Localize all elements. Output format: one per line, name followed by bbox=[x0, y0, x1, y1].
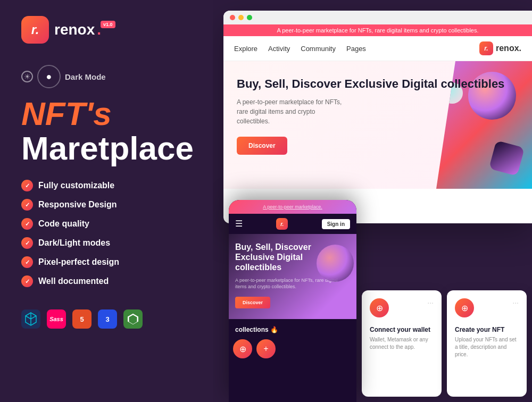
right-panel: A peer-to-peer marketplace for NFTs, rar… bbox=[213, 0, 532, 402]
check-icon-6: ✓ bbox=[21, 275, 33, 287]
nav-explore[interactable]: Explore bbox=[234, 45, 257, 53]
browser-nav-links: Explore Activity Community Pages bbox=[234, 45, 366, 53]
check-icon-3: ✓ bbox=[21, 218, 33, 230]
mobile-add-icon[interactable]: + bbox=[256, 339, 276, 358]
feature-item-3: ✓ Code quality bbox=[21, 214, 202, 233]
feature-label-2: Responsive Design bbox=[38, 200, 117, 210]
card-step-title-2: Create your NFT bbox=[455, 326, 519, 333]
mobile-collections-label: collections 🔥 bbox=[235, 326, 278, 333]
browser-dot-green bbox=[247, 15, 252, 20]
card-step-icon-1: ⊕ bbox=[370, 298, 389, 317]
browser-logo-icon: r. bbox=[479, 41, 493, 55]
hero-title-area: ☀ ● Dark Mode NFT's Maretplace bbox=[21, 65, 202, 165]
browser-hero-text: Buy, Sell, Discover Exclusive Digital co… bbox=[237, 77, 519, 173]
feature-item-1: ✓ Fully customizable bbox=[21, 176, 202, 195]
logo-icon: r. bbox=[21, 16, 49, 44]
mobile-navbar: ☰ r. Sign in bbox=[229, 214, 356, 234]
mobile-topbar: A peer-to-peer marketplace. bbox=[229, 200, 356, 214]
feature-item-2: ✓ Responsive Design bbox=[21, 195, 202, 214]
css3-icon: 3 bbox=[98, 309, 117, 329]
browser-hero-title: Buy, Sell, Discover Exclusive Digital co… bbox=[237, 77, 519, 91]
browser-logo-text: renox. bbox=[496, 44, 521, 53]
check-icon-4: ✓ bbox=[21, 237, 33, 249]
nav-activity[interactable]: Activity bbox=[268, 45, 290, 53]
dark-mode-label: Dark Mode bbox=[65, 72, 106, 81]
feature-item-4: ✓ Dark/Light modes bbox=[21, 233, 202, 253]
bottom-cards: ⊕ ··· Connect your wallet Wallet, Metama… bbox=[356, 285, 532, 402]
feature-label-4: Dark/Light modes bbox=[38, 238, 110, 248]
hero-title-marketplace: Maretplace bbox=[21, 131, 202, 165]
card-step-title-1: Connect your wallet bbox=[370, 326, 434, 333]
mobile-collections-section: collections 🔥 bbox=[229, 319, 356, 339]
sass-icon: Sass bbox=[47, 309, 66, 329]
browser-hero-description: A peer-to-peer marketplace for NFTs, rar… bbox=[237, 97, 343, 126]
mobile-preview: A peer-to-peer marketplace. ☰ r. Sign in… bbox=[229, 200, 356, 402]
card-create-nft: ⊕ ··· Create your NFT Upload your NFTs a… bbox=[447, 290, 527, 397]
mobile-hamburger-icon[interactable]: ☰ bbox=[235, 220, 243, 228]
check-icon-5: ✓ bbox=[21, 256, 33, 268]
nodejs-icon bbox=[123, 309, 143, 329]
card-connect-wallet: ⊕ ··· Connect your wallet Wallet, Metama… bbox=[362, 290, 442, 397]
browser-notification-bar: A peer-to-peer marketplace for NFTs, rar… bbox=[223, 24, 532, 36]
mobile-wallet-icon[interactable]: ⊕ bbox=[233, 339, 252, 358]
feature-label-1: Fully customizable bbox=[38, 181, 114, 190]
browser-window: A peer-to-peer marketplace for NFTs, rar… bbox=[223, 11, 532, 223]
feature-label-6: Well documented bbox=[38, 277, 109, 286]
sun-icon: ☀ bbox=[21, 71, 33, 82]
check-icon-1: ✓ bbox=[21, 180, 33, 191]
features-list: ✓ Fully customizable ✓ Responsive Design… bbox=[21, 176, 202, 291]
hero-title-nft: NFT's bbox=[21, 96, 202, 131]
nav-community[interactable]: Community bbox=[301, 45, 336, 53]
dark-mode-badge: ☀ ● Dark Mode bbox=[21, 65, 106, 88]
mobile-discover-button[interactable]: Discover bbox=[235, 297, 270, 308]
hero-title: NFT's Maretplace bbox=[21, 96, 202, 165]
card-more-1: ··· bbox=[427, 298, 434, 307]
browser-logo: r. renox. bbox=[479, 41, 521, 55]
card-more-2: ··· bbox=[512, 298, 519, 307]
mobile-icon-row: ⊕ + bbox=[229, 339, 356, 358]
logo-text: renox bbox=[54, 21, 95, 38]
html5-icon: 5 bbox=[72, 309, 92, 329]
moon-icon: ● bbox=[37, 65, 61, 88]
feature-item-5: ✓ Pixel-perfect design bbox=[21, 253, 202, 272]
mobile-hero: Buy, Sell, Discover Exclusive Digital co… bbox=[229, 234, 356, 319]
mobile-signin-button[interactable]: Sign in bbox=[322, 219, 350, 229]
version-badge: v1.0 bbox=[101, 21, 115, 28]
discover-button[interactable]: Discover bbox=[237, 137, 287, 155]
browser-dot-yellow bbox=[238, 15, 244, 20]
card-step-icon-2: ⊕ bbox=[455, 298, 474, 317]
logo-area: r. renox. v1.0 bbox=[21, 16, 202, 44]
browser-dot-red bbox=[230, 15, 235, 20]
left-panel: r. renox. v1.0 ☀ ● Dark Mode NFT's Maret… bbox=[0, 0, 223, 402]
mobile-sphere bbox=[317, 245, 354, 282]
feature-label-3: Code quality bbox=[38, 219, 89, 229]
card-step-desc-1: Wallet, Metamask or any connect to the a… bbox=[370, 336, 434, 351]
uikit-icon bbox=[21, 309, 40, 329]
browser-hero: Buy, Sell, Discover Exclusive Digital co… bbox=[223, 61, 532, 189]
browser-navbar: Explore Activity Community Pages r. reno… bbox=[223, 36, 532, 61]
feature-item-6: ✓ Well documented bbox=[21, 272, 202, 291]
browser-topbar bbox=[223, 11, 532, 24]
tech-icons: Sass 5 3 bbox=[21, 309, 202, 329]
mobile-logo-icon: r. bbox=[276, 218, 288, 230]
card-step-desc-2: Upload your NFTs and set a title, descri… bbox=[455, 336, 519, 358]
feature-label-5: Pixel-perfect design bbox=[38, 257, 119, 267]
check-icon-2: ✓ bbox=[21, 199, 33, 211]
nav-pages[interactable]: Pages bbox=[346, 45, 366, 53]
